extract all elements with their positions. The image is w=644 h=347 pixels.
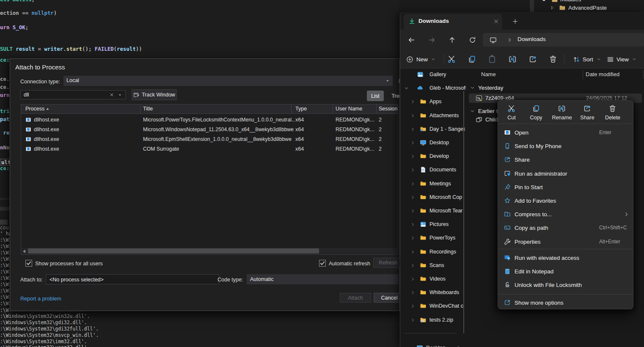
sidebar-item-attachments[interactable]: Attachments (400, 109, 468, 122)
up-icon[interactable] (449, 36, 456, 44)
group-label[interactable]: Yesterday (478, 85, 504, 91)
menu-item-copy-as-path[interactable]: Copy as pathCtrl+Shift+C (498, 221, 633, 234)
chevron-right-icon[interactable] (410, 263, 415, 268)
chevron-right-icon[interactable] (410, 304, 415, 308)
chevron-right-icon[interactable] (410, 250, 415, 254)
sidebar-item-label[interactable]: Apps (429, 99, 442, 105)
chevron-right-icon[interactable] (410, 195, 415, 200)
show-processes-checkbox[interactable] (25, 260, 32, 267)
sidebar-item-documents[interactable]: Documents (400, 163, 468, 176)
forward-icon[interactable] (428, 36, 435, 44)
chevron-down-icon[interactable] (118, 93, 122, 97)
sidebar-item-label[interactable]: WinDevChat c (429, 303, 463, 309)
sidebar-item-powertoys[interactable]: PowerToys (400, 231, 468, 244)
clear-filter-icon[interactable] (109, 92, 114, 97)
report-problem-link[interactable]: Report a problem (20, 296, 61, 302)
breadcrumb-chevron-icon[interactable] (507, 37, 512, 43)
chevron-right-icon[interactable] (410, 182, 415, 186)
menu-item-run-as-administrator[interactable]: Run as administrator (498, 167, 633, 180)
column-separator[interactable] (376, 105, 377, 114)
sidebar-item-label[interactable]: Videos (429, 276, 446, 282)
sidebar-item-recordings[interactable]: Recordings (400, 245, 468, 258)
quick-action-copy[interactable]: Copy (524, 101, 548, 124)
column-separator[interactable] (291, 105, 292, 114)
sidebar-item-label[interactable]: tests 2.zip (429, 317, 453, 323)
sidebar-item-windevchat-c[interactable]: WinDevChat c (400, 300, 468, 312)
column-header-type[interactable]: Type (295, 106, 307, 112)
refresh-button[interactable]: Refresh (373, 258, 403, 268)
sidebar-item-meetings[interactable]: Meetings (400, 177, 468, 190)
column-header-name[interactable]: Name (481, 71, 496, 77)
process-row[interactable]: dllhost.exeCOM Surrogatex64REDMOND\gk...… (21, 144, 398, 154)
tree-item-modules[interactable]: modules (399, 0, 644, 3)
new-button[interactable]: New (406, 53, 436, 65)
chevron-right-icon[interactable] (410, 154, 415, 159)
sidebar-item-label[interactable]: PowerToys (429, 235, 455, 241)
scrollbar-left-arrow[interactable] (23, 250, 25, 253)
attach-button[interactable]: Attach (340, 293, 371, 303)
paste-icon[interactable] (488, 55, 496, 63)
quick-action-rename[interactable]: Rename (550, 101, 574, 124)
tree-item-label[interactable]: modules (560, 0, 581, 3)
menu-item-add-to-favorites[interactable]: Add to Favorites (498, 194, 633, 207)
sidebar-item-label[interactable]: Meetings (429, 181, 451, 187)
rename-icon[interactable] (508, 55, 517, 63)
chevron-right-icon[interactable] (410, 236, 415, 240)
chevron-right-icon[interactable] (410, 99, 415, 104)
copy-icon[interactable] (468, 55, 476, 63)
breadcrumb-location[interactable]: Downloads (517, 36, 546, 42)
column-header-session[interactable]: Session (379, 106, 397, 112)
menu-item-unlock-with-file-locksmith[interactable]: Unlock with File Locksmith (498, 278, 633, 292)
process-filter-input[interactable]: dll (20, 90, 126, 99)
new-tab-icon[interactable] (512, 18, 518, 25)
menu-item-show-more-options[interactable]: Show more options (498, 296, 633, 309)
sidebar-item-apps[interactable]: Apps (400, 95, 468, 108)
process-row[interactable]: dllhost.exeMicrosoft.EpmShellExtension_1… (21, 134, 398, 144)
chevron-down-icon[interactable] (385, 78, 390, 83)
menu-item-compress-to-[interactable]: Compress to... (498, 207, 633, 221)
horizontal-scrollbar[interactable] (22, 248, 397, 254)
tree-item-advancedpaste[interactable]: AdvancedPaste (399, 4, 644, 12)
share-icon[interactable] (528, 55, 537, 63)
back-icon[interactable] (408, 36, 415, 44)
collapsed-triangle-icon[interactable] (550, 5, 555, 11)
column-header-user-name[interactable]: User Name (336, 106, 362, 112)
menu-item-share[interactable]: Share (498, 153, 633, 166)
refresh-icon[interactable] (469, 36, 476, 44)
chevron-down-icon[interactable] (404, 85, 409, 91)
chevron-right-icon[interactable] (410, 222, 415, 227)
sidebar-item-pictures[interactable]: Pictures (400, 218, 468, 231)
sidebar-item-label[interactable]: Microsoft Cop (429, 194, 462, 200)
tab-downloads[interactable]: Downloads (404, 14, 502, 30)
process-row[interactable]: dllhost.exeMicrosoft.PowerToys.FileLocks… (21, 115, 398, 124)
menu-item-send-to-my-phone[interactable]: Send to My Phone (498, 139, 633, 153)
chevron-right-icon[interactable] (410, 209, 415, 213)
connection-type-combobox[interactable]: Local (63, 76, 393, 86)
list-toggle-button[interactable]: List (367, 91, 384, 101)
process-row[interactable]: dllhost.exeMicrosoft.WindowsNotepad_11.2… (21, 124, 398, 134)
sidebar-item-label[interactable]: Develop (429, 153, 449, 159)
automatic-refresh-checkbox[interactable] (319, 260, 326, 267)
track-window-button[interactable]: Track Window (132, 89, 177, 100)
sidebar-item-gleb-microsoft[interactable]: Gleb - Microsoft (400, 82, 468, 94)
scrollbar-thumb[interactable] (28, 248, 319, 253)
sidebar-item-label[interactable]: Documents (429, 167, 456, 173)
sidebar-item-label[interactable]: Whiteboards (429, 289, 459, 295)
sidebar-item-label[interactable]: Gleb - Microsoft (429, 85, 466, 91)
chevron-down-icon[interactable] (470, 108, 475, 114)
sidebar-item-microsoft-tear[interactable]: Microsoft Tear (400, 204, 468, 217)
view-button[interactable]: View (607, 53, 637, 65)
menu-item-pin-to-start[interactable]: Pin to Start (498, 180, 633, 194)
quick-action-share[interactable]: Share (575, 101, 600, 124)
sidebar-item-microsoft-cop[interactable]: Microsoft Cop (400, 191, 468, 204)
chevron-right-icon[interactable] (410, 127, 415, 132)
expanded-triangle-icon[interactable] (541, 0, 547, 3)
sidebar-item-label[interactable]: Microsoft Tear (429, 208, 462, 214)
tree-item-label[interactable]: AdvancedPaste (568, 5, 607, 11)
sidebar-item-whiteboards[interactable]: Whiteboards (400, 286, 468, 299)
sidebar-scrollbar[interactable] (463, 91, 465, 333)
delete-icon[interactable] (549, 55, 557, 63)
cut-icon[interactable] (447, 55, 456, 63)
chevron-right-icon[interactable] (410, 318, 415, 322)
code-type-combobox[interactable]: Automatic (247, 274, 399, 284)
